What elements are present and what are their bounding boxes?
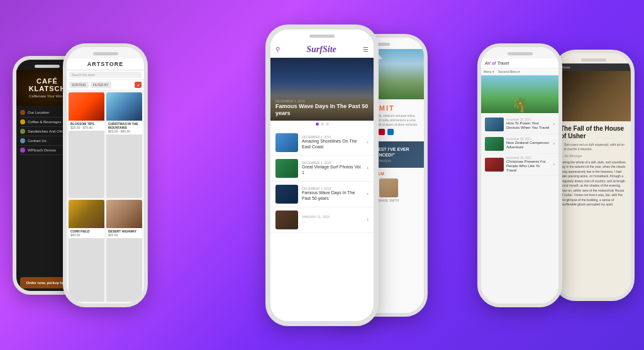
travel-item-info-3: November 28, 2013 Christmas Presents For… [506,156,551,173]
surf-item-info-1: DECEMBER 1, 2015 Amazing Shorelines On T… [302,135,363,150]
travel-list: November 28, 2013 How To Power Your Devi… [481,113,558,304]
art-item-blossom[interactable]: BLOSSOM TIPS $25.00 - $75.00 [69,92,104,198]
location-icon [20,110,25,115]
coffee-icon [20,119,25,124]
usher-content: The Fall of the House of Usher Son coeur… [557,121,631,297]
surf-item-info-3: DECEMBER 1, 2015 Famous Wave Days In The… [302,187,363,201]
art-image-cornfield [69,200,104,228]
surf-list-item-3[interactable]: DECEMBER 1, 2015 Famous Wave Days In The… [270,182,374,207]
travel-menu-2[interactable]: Second Menu ▾ [498,70,520,74]
travel-thumb-3 [485,158,504,172]
surf-thumb-2 [275,159,298,178]
art-price-desert: $25.00 [108,233,140,237]
travel-item-2[interactable]: November 28, 2013 New Zealand Campervan … [481,134,558,154]
palm-tree-icon: 🌴 [511,98,528,112]
surf-hero-overlay: DECEMBER 1, 2015 Famous Wave Days In The… [270,96,374,121]
usher-header: Prose [557,63,631,71]
travel-arrow-2: › [553,141,555,146]
surf-logo: SurfSite [306,45,336,55]
dot-indicator [321,123,324,126]
phone-art-of-travel: Art of Travel Menu ▾ Second Menu ▾ 🌴 Nov… [477,43,562,307]
artstore-filter-bar: SORTING FILTER BY ● [67,80,144,90]
travel-nav: Menu ▾ Second Menu ▾ [481,68,558,75]
travel-item-1[interactable]: November 28, 2013 How To Power Your Devi… [481,115,558,134]
travel-item-title-3: Christmas Presents For People Who Like T… [506,160,551,173]
travel-hero: 🌴 [481,75,558,113]
usher-hero [557,71,631,121]
travel-arrow-3: › [553,162,555,167]
surf-list: DECEMBER 1, 2015 Amazing Shorelines On T… [270,128,374,321]
surf-list-item-2[interactable]: DECEMBER 1, 2015 Great Vintage Surf Phot… [270,156,374,182]
usher-screen: Prose The Fall of the House of Usher Son… [557,53,631,297]
art-image-desert [106,200,142,228]
artstore-screen: ARTSTORE Search the store SORTING FILTER… [67,47,144,304]
phones-container: CAFÉ KLATSCH Caffeinate Your World Our L… [0,0,644,350]
surf-item-info-2: DECEMBER 1, 2015 Great Vintage Surf Phot… [302,161,363,175]
team-member-marie: MARIE SMITH [379,178,399,202]
surf-arrow-1: › [367,139,369,145]
art-price-cornfield: $40.00 [70,233,103,237]
pinterest-icon[interactable] [379,129,385,135]
filter-button[interactable]: FILTER BY [91,82,111,88]
art-image-christmas [106,92,142,121]
surf-arrow-2: › [367,165,369,171]
food-icon [20,129,25,134]
surf-arrow-3: › [367,191,369,197]
avatar-marie [379,178,398,197]
artstore-header: ARTSTORE [67,58,144,70]
surf-thumb-3 [275,185,298,204]
travel-item-title-2: New Zealand Campervan Adventure [506,141,551,150]
search-icon[interactable]: ⚲ [275,46,280,53]
surf-thumb-1 [275,133,298,152]
contact-icon [20,138,25,143]
menu-icon[interactable]: ☰ [363,46,369,53]
usher-quote: Son coeur est un luth suspendu; sitôt qu… [560,143,627,151]
travel-menu-1[interactable]: Menu ▾ [484,70,494,74]
phone-surfsite: ⚲ SurfSite ☰ DECEMBER 1, 2015 Famous Wav… [265,25,379,326]
surf-list-item-1[interactable]: DECEMBER 1, 2015 Amazing Shorelines On T… [270,130,374,156]
art-name-christmas: CHRISTMAS IN THE MOUNTAINS [108,122,140,129]
art-price-christmas: $25.00 - $50.00 [108,129,140,133]
surf-item-title-4: ... [302,219,363,224]
phone-house-of-usher: Prose The Fall of the House of Usher Son… [553,50,635,301]
travel-arrow-1: › [553,122,555,126]
surf-hero-title: Famous Wave Days In The Past 50 years [275,103,369,117]
travel-header: Art of Travel [481,58,558,68]
home-icon [20,148,25,153]
surf-arrow-4: › [367,217,369,222]
phone-artstore: ARTSTORE Search the store SORTING FILTER… [63,43,148,307]
surf-item-title-3: Famous Wave Days In The Past 50 years [302,190,363,201]
usher-attribution: — De Béranger [560,154,627,158]
art-price-blossom: $25.00 - $75.00 [70,126,103,129]
travel-item-3[interactable]: November 28, 2013 Christmas Presents For… [481,154,558,177]
travel-screen: Art of Travel Menu ▾ Second Menu ▾ 🌴 Nov… [481,47,558,304]
travel-item-info-1: November 28, 2013 How To Power Your Devi… [506,118,551,130]
surf-item-title-2: Great Vintage Surf Photos Vol. 1 [302,165,363,175]
surf-top-bar: ⚲ SurfSite ☰ [270,42,374,58]
filter-active: ● [135,82,142,88]
art-item-christmas[interactable]: CHRISTMAS IN THE MOUNTAINS $25.00 - $50.… [106,92,142,198]
travel-thumb-2 [485,137,504,151]
linkedin-icon[interactable] [387,129,394,135]
travel-logo: Art of Travel [485,61,509,65]
surf-list-item-4[interactable]: JANUARY 11, 2013 ... › [270,207,374,233]
artstore-grid: BLOSSOM TIPS $25.00 - $75.00 CHRISTMAS I… [67,90,144,304]
usher-book-title: The Fall of the House of Usher [560,125,627,140]
dot-indicator-active [316,123,319,126]
art-image-blossom [69,92,104,121]
travel-item-info-2: November 28, 2013 New Zealand Campervan … [506,138,551,150]
travel-thumb-1 [485,118,504,131]
dot-indicator [326,123,329,126]
surf-hero: DECEMBER 1, 2015 Famous Wave Days In The… [270,58,374,121]
team-name-marie: MARIE SMITH [379,199,399,202]
surf-screen: ⚲ SurfSite ☰ DECEMBER 1, 2015 Famous Wav… [270,30,374,321]
art-item-desert[interactable]: DESERT HIGHWAY $25.00 [106,200,142,302]
usher-body-text: During the whole of a dull, dark, and so… [560,160,627,207]
art-item-cornfield[interactable]: CORN FIELD $40.00 [69,200,104,302]
travel-item-title-1: How To Power Your Devices When You Trave… [506,121,551,130]
surf-thumb-4 [275,211,298,229]
sorting-button[interactable]: SORTING [69,82,89,88]
surf-item-title-1: Amazing Shorelines On The East Coast [302,139,363,150]
surf-item-info-4: JANUARY 11, 2013 ... [302,215,363,224]
